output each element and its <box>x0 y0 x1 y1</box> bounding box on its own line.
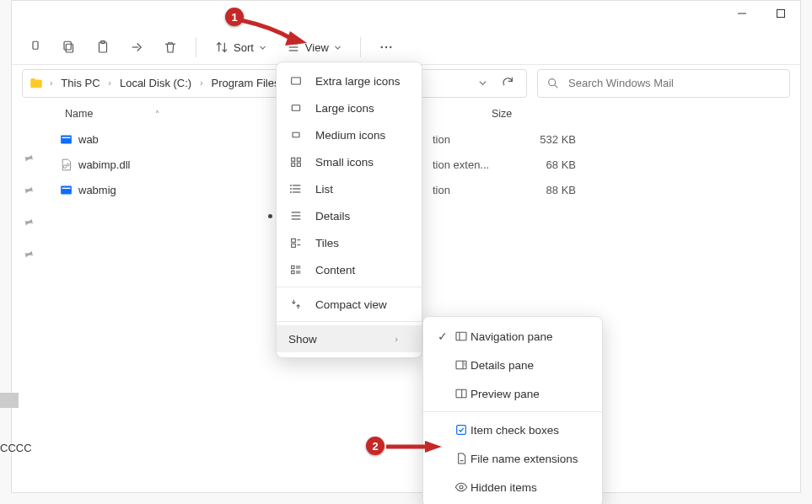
file-name: wab <box>78 133 99 146</box>
file-size: 532 KB <box>525 133 576 146</box>
column-name[interactable]: Name <box>65 108 93 120</box>
medium-icon <box>288 128 304 142</box>
svg-rect-16 <box>62 137 70 137</box>
file-name: wabimp.dll <box>78 158 130 171</box>
svg-rect-23 <box>293 132 299 137</box>
svg-rect-38 <box>292 244 296 247</box>
rename-button[interactable] <box>121 32 152 62</box>
column-headers[interactable]: Name˄ Size <box>45 101 800 126</box>
file-ext-icon <box>452 452 471 465</box>
annotation-badge-2: 2 <box>366 437 384 455</box>
svg-rect-41 <box>292 265 294 268</box>
pin-icon[interactable] <box>19 214 36 233</box>
svg-point-33 <box>291 192 292 193</box>
view-option-medium[interactable]: Medium icons <box>277 121 422 148</box>
breadcrumb-progfiles[interactable]: Program Files <box>208 73 283 93</box>
svg-rect-22 <box>292 105 299 111</box>
view-option-compact[interactable]: Compact view <box>277 291 422 318</box>
svg-rect-47 <box>456 332 466 340</box>
show-option-item-checkboxes[interactable]: Item check boxes <box>423 416 602 444</box>
file-type: tion <box>433 184 508 196</box>
navigation-pane-icon <box>452 330 471 343</box>
file-row[interactable]: wabimp.dll tion exten... 68 KB <box>45 152 800 177</box>
svg-point-11 <box>385 46 387 48</box>
minimize-button[interactable] <box>723 1 761 26</box>
view-option-list[interactable]: List <box>277 175 422 202</box>
chevron-down-icon <box>334 41 341 54</box>
file-size: 88 KB <box>525 184 576 196</box>
search-box[interactable] <box>537 69 790 98</box>
view-option-small[interactable]: Small icons <box>277 148 422 175</box>
svg-point-31 <box>291 185 292 186</box>
svg-rect-3 <box>66 44 73 52</box>
checkbox-icon <box>452 423 471 437</box>
svg-marker-60 <box>425 441 442 453</box>
view-option-tiles[interactable]: Tiles <box>277 229 422 256</box>
pin-icon[interactable] <box>19 182 36 201</box>
delete-button[interactable] <box>155 32 186 62</box>
app-icon <box>58 131 73 147</box>
annotation-arrow-1 <box>238 15 310 52</box>
small-icon <box>288 155 304 169</box>
svg-rect-20 <box>62 187 70 188</box>
view-option-show[interactable]: Show› <box>277 325 422 352</box>
address-dropdown[interactable] <box>473 76 492 91</box>
content-icon <box>288 263 304 276</box>
svg-rect-26 <box>292 163 295 166</box>
address-bar[interactable]: › This PC › Local Disk (C:) › Program Fi… <box>22 69 527 98</box>
view-menu: Extra large icons Large icons Medium ico… <box>276 62 422 358</box>
file-type: tion <box>433 133 508 146</box>
file-row[interactable]: wab tion 532 KB <box>45 126 800 152</box>
copy-button[interactable] <box>54 32 84 62</box>
svg-rect-15 <box>61 135 72 143</box>
pin-icon[interactable] <box>19 150 36 169</box>
view-option-details[interactable]: Details <box>277 202 422 229</box>
chevron-icon[interactable]: › <box>46 78 56 88</box>
search-input[interactable] <box>568 77 781 89</box>
svg-point-32 <box>291 189 292 190</box>
view-option-content[interactable]: Content <box>277 256 422 283</box>
breadcrumb-thispc[interactable]: This PC <box>57 73 103 93</box>
show-option-preview-pane[interactable]: Preview pane <box>423 379 602 408</box>
svg-rect-1 <box>777 10 785 18</box>
svg-rect-27 <box>297 163 300 166</box>
pin-icon[interactable] <box>19 246 36 265</box>
check-icon: ✓ <box>433 330 452 343</box>
view-option-large[interactable]: Large icons <box>277 94 422 121</box>
show-option-hidden-items[interactable]: Hidden items <box>423 473 602 501</box>
breadcrumb-disk[interactable]: Local Disk (C:) <box>116 73 195 93</box>
cut-button[interactable] <box>20 32 51 62</box>
svg-rect-21 <box>292 78 301 84</box>
svg-point-12 <box>390 46 391 48</box>
folder-icon <box>28 75 45 92</box>
column-size[interactable]: Size <box>492 108 512 120</box>
svg-rect-2 <box>33 41 38 49</box>
more-button[interactable] <box>371 32 401 62</box>
svg-rect-19 <box>61 185 72 194</box>
view-option-extra-large[interactable]: Extra large icons <box>277 67 422 94</box>
show-option-navigation-pane[interactable]: ✓Navigation pane <box>423 322 602 351</box>
show-option-details-pane[interactable]: Details pane <box>423 351 602 379</box>
maximize-button[interactable] <box>761 1 800 26</box>
extra-large-icon <box>288 74 304 88</box>
search-icon <box>546 77 560 90</box>
svg-rect-25 <box>297 158 300 161</box>
show-submenu: ✓Navigation pane Details pane Preview pa… <box>422 316 603 504</box>
show-option-file-extensions[interactable]: File name extensions <box>423 444 602 473</box>
hidden-icon <box>452 480 471 494</box>
file-name: wabmig <box>78 184 116 196</box>
file-row[interactable]: wabmig tion 88 KB <box>45 177 800 202</box>
app-icon <box>58 182 73 197</box>
chevron-icon[interactable]: › <box>196 78 206 88</box>
svg-rect-53 <box>456 389 466 397</box>
large-icon <box>288 101 304 115</box>
toolbar: Sort View <box>12 30 800 64</box>
svg-rect-24 <box>292 158 295 161</box>
chevron-icon[interactable]: › <box>105 78 115 88</box>
svg-rect-44 <box>292 271 294 273</box>
cropped-content: CCCC <box>0 393 34 457</box>
refresh-button[interactable] <box>494 75 521 92</box>
details-icon <box>288 209 304 223</box>
paste-button[interactable] <box>88 32 118 62</box>
svg-point-57 <box>460 485 463 489</box>
